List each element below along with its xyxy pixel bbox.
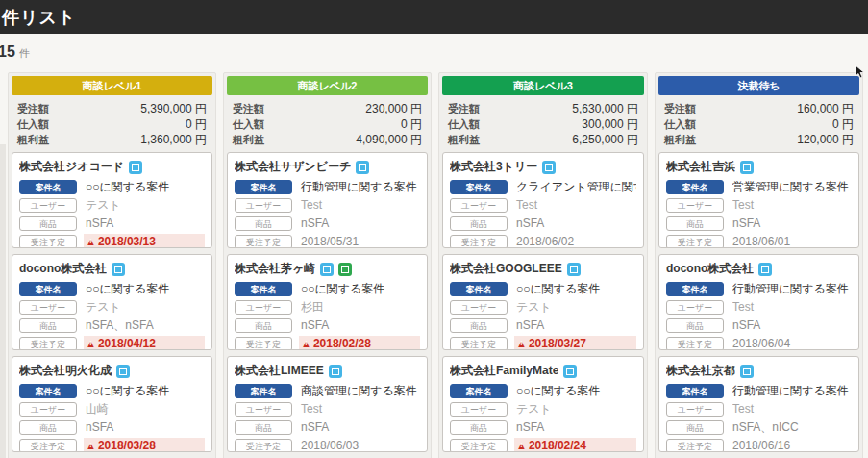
company-activity-icon[interactable] bbox=[338, 263, 352, 276]
company-name: 株式会社茅ヶ崎 bbox=[235, 261, 315, 277]
overdue-warning-icon: ▲! bbox=[516, 440, 527, 451]
due-date: 2018/06/03 bbox=[299, 438, 420, 452]
deal-card[interactable]: 株式会社明火化成 案件名○○に関する案件 ユーザー山崎 商品nSFA 受注予定▲… bbox=[12, 356, 212, 452]
left-gutter bbox=[0, 144, 6, 458]
card-list: 株式会社3トリー 案件名クライアント管理に関す… ユーザーTest 商品nSFA… bbox=[442, 152, 644, 458]
deal-card[interactable]: docono株式会社 案件名行動管理に関する案件 ユーザーTest 商品nSFA… bbox=[658, 254, 859, 350]
due-badge: 受注予定 bbox=[666, 235, 724, 249]
due-date: 2018/05/31 bbox=[299, 234, 420, 248]
overdue-warning-icon: ▲! bbox=[301, 338, 311, 349]
deal-card[interactable]: 株式会社FamilyMate 案件名○○に関する案件 ユーザーテスト 商品nSF… bbox=[442, 356, 644, 452]
product-badge: 商品 bbox=[450, 318, 508, 333]
company-name: 株式会社明火化成 bbox=[19, 363, 112, 379]
deal-card[interactable]: 株式会社GOOGLEEE 案件名○○に関する案件 ユーザーテスト 商品nSFA … bbox=[442, 254, 644, 350]
stat-cost-label: 仕入額 bbox=[448, 117, 480, 132]
due-date: 2018/06/04 bbox=[731, 336, 852, 350]
deal-name: 行動管理に関する案件 bbox=[299, 178, 420, 196]
deal-name: 営業管理に関する案件 bbox=[731, 178, 852, 196]
product-badge: 商品 bbox=[666, 318, 724, 333]
deal-card[interactable]: 株式会社サザンビーチ 案件名行動管理に関する案件 ユーザーTest 商品nSFA… bbox=[227, 152, 428, 248]
due-date: 2018/06/16 bbox=[731, 438, 852, 452]
company-detail-icon[interactable] bbox=[758, 263, 772, 276]
product-badge: 商品 bbox=[235, 318, 292, 333]
company-detail-icon[interactable] bbox=[320, 263, 334, 276]
company-detail-icon[interactable] bbox=[740, 161, 754, 174]
due-badge: 受注予定 bbox=[450, 337, 508, 351]
product-name: nSFA bbox=[731, 318, 852, 333]
due-badge: 受注予定 bbox=[19, 439, 77, 453]
deal-card[interactable]: 株式会社京都 案件名行動管理に関する案件 ユーザーTest 商品nSFA、nIC… bbox=[658, 356, 859, 452]
stat-order-value: 5,630,000 円 bbox=[572, 101, 638, 117]
user-badge: ユーザー bbox=[450, 198, 508, 213]
deal-card[interactable]: docono株式会社 案件名○○に関する案件 ユーザーテスト 商品nSFA、nS… bbox=[12, 254, 212, 350]
company-name: docono株式会社 bbox=[666, 261, 754, 277]
deal-name: ○○に関する案件 bbox=[514, 382, 636, 400]
column-level2: 商談レベル2 受注額230,000 円 仕入額0 円 粗利益4,090,000 … bbox=[223, 72, 432, 458]
column-level1: 商談レベル1 受注額5,390,000 円 仕入額0 円 粗利益1,360,00… bbox=[8, 72, 216, 458]
stat-cost-value: 0 円 bbox=[401, 116, 422, 133]
due-badge: 受注予定 bbox=[666, 439, 724, 453]
due-badge: 受注予定 bbox=[235, 439, 292, 453]
company-detail-icon[interactable] bbox=[740, 365, 754, 378]
column-header-level3[interactable]: 商談レベル3 bbox=[442, 76, 644, 95]
user-badge: ユーザー bbox=[666, 300, 724, 315]
user-badge: ユーザー bbox=[19, 300, 77, 315]
deal-card[interactable]: 株式会社吉浜 案件名営業管理に関する案件 ユーザーTest 商品nSFA 受注予… bbox=[658, 152, 859, 248]
due-badge: 受注予定 bbox=[19, 235, 77, 249]
company-detail-icon[interactable] bbox=[329, 365, 342, 378]
stat-profit-value: 6,250,000 円 bbox=[572, 132, 638, 148]
user-name: Test bbox=[731, 197, 852, 213]
pipeline-board: 商談レベル1 受注額5,390,000 円 仕入額0 円 粗利益1,360,00… bbox=[0, 70, 868, 458]
deal-card[interactable]: 株式会社3トリー 案件名クライアント管理に関す… ユーザーTest 商品nSFA… bbox=[442, 152, 644, 248]
stat-profit-value: 4,090,000 円 bbox=[356, 132, 422, 148]
column-header-approval[interactable]: 決裁待ち bbox=[658, 76, 859, 95]
deal-card[interactable]: 株式会社茅ヶ崎 案件名○○に関する案件 ユーザー杉田 商品nSFA 受注予定▲!… bbox=[227, 254, 428, 350]
deal-name-badge: 案件名 bbox=[666, 282, 724, 296]
stat-order-value: 230,000 円 bbox=[365, 101, 422, 117]
column-stats: 受注額160,000 円 仕入額0 円 粗利益120,000 円 bbox=[658, 95, 859, 152]
deal-name: 商談管理に関する案件 bbox=[299, 382, 420, 400]
due-date: ▲!2018/03/13 bbox=[84, 234, 205, 248]
stat-profit-label: 粗利益 bbox=[233, 133, 264, 147]
company-name: 株式会社LIMEEE bbox=[235, 363, 324, 379]
deal-card[interactable]: 株式会社ジオコード 案件名○○に関する案件 ユーザーテスト 商品nSFA 受注予… bbox=[12, 152, 212, 248]
company-detail-icon[interactable] bbox=[356, 161, 369, 174]
result-count: 15 bbox=[0, 43, 15, 61]
top-bar: 件リスト bbox=[0, 0, 868, 34]
company-detail-icon[interactable] bbox=[112, 263, 125, 276]
user-name: Test bbox=[299, 197, 420, 213]
user-badge: ユーザー bbox=[19, 402, 77, 417]
product-badge: 商品 bbox=[19, 420, 77, 435]
product-name: nSFA bbox=[84, 216, 205, 231]
deal-name: ○○に関する案件 bbox=[84, 280, 205, 298]
column-level3: 商談レベル3 受注額5,630,000 円 仕入額300,000 円 粗利益6,… bbox=[438, 72, 648, 458]
user-badge: ユーザー bbox=[666, 198, 724, 213]
due-badge: 受注予定 bbox=[666, 337, 724, 351]
stat-profit-label: 粗利益 bbox=[17, 133, 49, 147]
company-detail-icon[interactable] bbox=[542, 161, 556, 174]
column-stats: 受注額5,390,000 円 仕入額0 円 粗利益1,360,000 円 bbox=[12, 95, 212, 152]
user-name: 山崎 bbox=[84, 400, 205, 419]
company-detail-icon[interactable] bbox=[567, 263, 581, 276]
company-name: 株式会社3トリー bbox=[450, 159, 537, 175]
card-list: 株式会社ジオコード 案件名○○に関する案件 ユーザーテスト 商品nSFA 受注予… bbox=[12, 152, 212, 458]
column-header-level1[interactable]: 商談レベル1 bbox=[12, 76, 212, 95]
stat-cost-label: 仕入額 bbox=[664, 117, 696, 132]
user-name: Test bbox=[514, 197, 636, 213]
product-name: nSFA bbox=[299, 216, 420, 231]
user-name: テスト bbox=[84, 298, 205, 317]
stat-cost-label: 仕入額 bbox=[233, 117, 264, 132]
deal-card[interactable]: 株式会社LIMEEE 案件名商談管理に関する案件 ユーザーTest 商品nSFA… bbox=[227, 356, 428, 452]
column-header-level2[interactable]: 商談レベル2 bbox=[227, 76, 428, 95]
stat-order-value: 5,390,000 円 bbox=[140, 101, 207, 117]
company-detail-icon[interactable] bbox=[563, 365, 577, 378]
company-detail-icon[interactable] bbox=[116, 365, 130, 378]
product-badge: 商品 bbox=[19, 216, 77, 231]
company-detail-icon[interactable] bbox=[129, 161, 142, 174]
product-name: nSFA bbox=[514, 216, 636, 231]
product-name: nSFA bbox=[299, 318, 420, 333]
column-stats: 受注額230,000 円 仕入額0 円 粗利益4,090,000 円 bbox=[227, 95, 428, 152]
deal-name: クライアント管理に関す… bbox=[514, 178, 636, 196]
company-name: docono株式会社 bbox=[19, 261, 107, 277]
overdue-warning-icon: ▲! bbox=[86, 338, 96, 349]
